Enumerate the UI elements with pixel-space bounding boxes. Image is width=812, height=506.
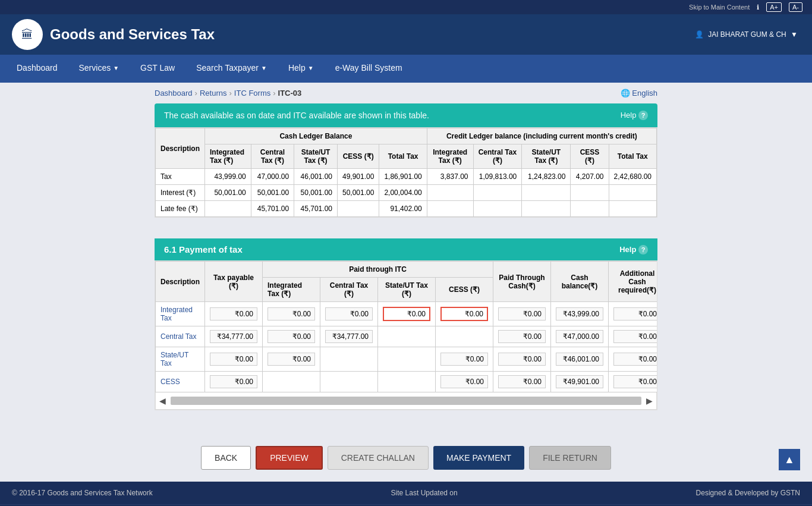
pay-col-itc-int: Integrated Tax (₹): [263, 278, 320, 302]
tax-input[interactable]: [210, 307, 257, 320]
question-icon: ?: [638, 111, 648, 120]
create-challan-button[interactable]: CREATE CHALLAN: [328, 446, 429, 470]
font-large-button[interactable]: A+: [766, 2, 782, 12]
payment-table-row: Central Tax: [156, 326, 658, 347]
user-icon: 👤: [695, 30, 704, 39]
designed-by: Designed & Developed by GSTN: [696, 489, 800, 497]
col-description: Description: [156, 128, 205, 169]
tax-input[interactable]: [556, 375, 603, 388]
chevron-down-icon: ▼: [308, 65, 314, 71]
action-buttons: BACK PREVIEW CREATE CHALLAN MAKE PAYMENT…: [0, 434, 812, 482]
last-updated: Site Last Updated on: [391, 489, 458, 497]
cash-table-row: Tax43,999.0047,000.0046,001.0049,901.001…: [156, 169, 657, 185]
scroll-to-top-button[interactable]: ▲: [779, 449, 800, 470]
help-link-payment[interactable]: Help ?: [619, 245, 648, 254]
user-name: JAI BHARAT GUM & CH: [708, 30, 786, 39]
language-selector[interactable]: 🌐 English: [621, 89, 657, 98]
tax-input[interactable]: [210, 353, 257, 366]
cash-table-row: Interest (₹)50,001.0050,001.0050,001.005…: [156, 185, 657, 201]
tax-input[interactable]: [613, 330, 657, 343]
help-link-cash[interactable]: Help ?: [621, 111, 648, 120]
col-cess: CESS (₹): [337, 144, 379, 169]
scrollbar-track[interactable]: [171, 397, 641, 405]
tax-input[interactable]: [498, 330, 546, 343]
tax-input[interactable]: [383, 307, 430, 321]
horizontal-scrollbar[interactable]: ◀ ▶: [155, 392, 657, 410]
chevron-down-icon: ▼: [113, 65, 119, 71]
col-credit-state: State/UT Tax (₹): [522, 144, 571, 169]
payment-table-row: Integrated Tax: [156, 302, 658, 326]
tax-input[interactable]: [498, 353, 546, 366]
col-credit-total: Total Tax: [609, 144, 656, 169]
breadcrumb-current: ITC-03: [278, 89, 302, 98]
col-cash-ledger: Cash Ledger Balance: [205, 128, 427, 144]
make-payment-button[interactable]: MAKE PAYMENT: [433, 446, 524, 470]
pay-col-cash-balance: Cash balance(₹): [551, 262, 609, 302]
payment-table: Description Tax payable (₹) Paid through…: [155, 261, 657, 392]
nav-services[interactable]: Services ▼: [68, 55, 130, 83]
font-small-button[interactable]: A-: [789, 2, 802, 12]
tax-input[interactable]: [498, 375, 546, 388]
pay-col-tax-payable: Tax payable (₹): [205, 262, 263, 302]
cash-ledger-table: Description Cash Ledger Balance Credit L…: [155, 128, 657, 217]
tax-input[interactable]: [556, 307, 603, 320]
cash-ledger-section: The cash available as on date and ITC av…: [155, 103, 657, 218]
breadcrumb-itc-forms[interactable]: ITC Forms: [234, 89, 270, 98]
col-credit-ledger: Credit Ledger balance (including current…: [427, 128, 656, 144]
pay-col-itc-cess: CESS (₹): [436, 278, 493, 302]
nav-search-taxpayer[interactable]: Search Taxpayer ▼: [185, 55, 278, 83]
preview-button[interactable]: PREVIEW: [256, 446, 323, 470]
tax-input[interactable]: [498, 307, 546, 320]
payment-section: 6.1 Payment of tax Help ? Description Ta…: [155, 238, 657, 410]
logo: 🏛: [12, 19, 43, 50]
tax-input[interactable]: [613, 307, 657, 320]
info-message: The cash available as on date and ITC av…: [164, 111, 429, 120]
navigation: Dashboard Services ▼ GST Law Search Taxp…: [0, 55, 812, 83]
tax-input[interactable]: [267, 307, 315, 320]
tax-input[interactable]: [613, 353, 657, 366]
main-content: The cash available as on date and ITC av…: [0, 103, 812, 434]
user-menu[interactable]: 👤 JAI BHARAT GUM & CH ▼: [695, 30, 800, 39]
tax-input[interactable]: [267, 353, 315, 366]
tax-input[interactable]: [325, 330, 373, 343]
col-credit-central: Central Tax (₹): [473, 144, 522, 169]
scroll-right-arrow[interactable]: ▶: [646, 396, 653, 406]
nav-eway-bill[interactable]: e-Way Bill System: [325, 55, 413, 83]
tax-input[interactable]: [613, 375, 657, 388]
nav-help[interactable]: Help ▼: [278, 55, 325, 83]
cash-table-row: Late fee (₹)45,701.0045,701.0091,402.00: [156, 201, 657, 217]
nav-dashboard[interactable]: Dashboard: [6, 55, 68, 83]
pay-col-itc-state: State/UT Tax (₹): [378, 278, 436, 302]
breadcrumb: Dashboard › Returns › ITC Forms › ITC-03…: [0, 83, 812, 103]
nav-gst-law[interactable]: GST Law: [130, 55, 185, 83]
chevron-down-icon: ▼: [261, 65, 267, 71]
col-total: Total Tax: [379, 144, 427, 169]
payment-section-header: 6.1 Payment of tax Help ?: [155, 238, 657, 260]
logo-area: 🏛 Goods and Services Tax: [12, 19, 215, 50]
tax-input[interactable]: [267, 330, 315, 343]
tax-input[interactable]: [325, 307, 373, 320]
tax-input[interactable]: [556, 353, 603, 366]
scroll-left-arrow[interactable]: ◀: [159, 396, 166, 406]
back-button[interactable]: BACK: [201, 446, 251, 470]
tax-input[interactable]: [210, 330, 257, 343]
tax-input[interactable]: [556, 330, 603, 343]
tax-input[interactable]: [440, 353, 488, 366]
breadcrumb-dashboard[interactable]: Dashboard: [155, 89, 193, 98]
info-box: The cash available as on date and ITC av…: [155, 103, 657, 127]
tax-input[interactable]: [440, 375, 488, 388]
site-title: Goods and Services Tax: [50, 26, 215, 43]
pay-col-additional: Additional Cash required(₹): [609, 262, 657, 302]
tax-input[interactable]: [210, 375, 257, 388]
skip-link[interactable]: Skip to Main Content: [689, 4, 750, 11]
pay-col-paid-cash: Paid Through Cash(₹): [493, 262, 551, 302]
file-return-button[interactable]: FILE RETURN: [529, 446, 611, 470]
pay-col-itc-group: Paid through ITC: [263, 262, 493, 278]
cash-ledger-table-container: Description Cash Ledger Balance Credit L…: [155, 127, 657, 218]
col-credit-cess: CESS (₹): [571, 144, 609, 169]
footer-main: © 2016-17 Goods and Services Tax Network…: [0, 482, 812, 504]
breadcrumb-returns[interactable]: Returns: [200, 89, 227, 98]
tax-input[interactable]: [440, 307, 488, 321]
chevron-down-icon: ▼: [791, 30, 798, 39]
payment-table-row: CESS: [156, 372, 658, 392]
